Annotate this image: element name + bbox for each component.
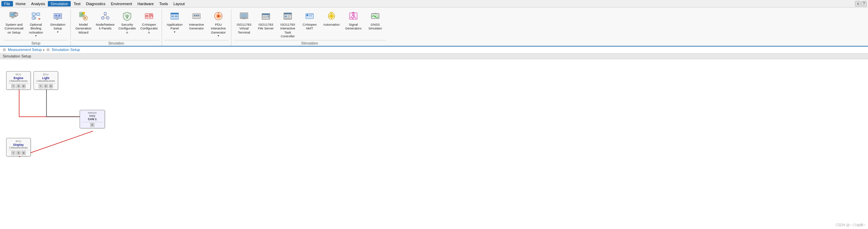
svg-rect-53	[194, 15, 195, 16]
iso-fs-icon	[260, 11, 271, 22]
canopen-config-btn[interactable]: CANopen Configuration	[138, 9, 160, 35]
ecu-display-name: Display	[8, 143, 29, 147]
application-panel-btn[interactable]: Application Panel ▾	[164, 9, 185, 35]
menu-analysis[interactable]: Analysis	[28, 1, 48, 7]
network-can1-node[interactable]: Network easy CAN 1 ⊞	[80, 110, 105, 128]
iso-tc-icon	[282, 11, 293, 22]
breadcrumb-measurement-setup[interactable]: Measurement Setup	[8, 48, 42, 52]
node-network-panels-btn[interactable]: Node/Network Panels	[95, 9, 116, 31]
optional-binding-btn[interactable]: ▼ Optional Binding Activation ▾	[25, 9, 46, 39]
pdu-interactive-btn[interactable]: PDU Interactive Generator ▾	[208, 9, 229, 39]
simulation-setup-btn[interactable]: Simulation Setup ▾	[47, 9, 68, 35]
pdu-interactive-label: PDU Interactive Generator	[209, 23, 228, 34]
automation-btn[interactable]: Automation	[321, 9, 342, 31]
interactive-gen-btn[interactable]: Interactive Generator	[186, 9, 207, 31]
connections-svg	[0, 59, 868, 229]
canopen-nmt-icon	[304, 11, 315, 22]
svg-rect-24	[56, 19, 58, 20]
model-gen-icon	[78, 11, 89, 22]
iso11783-tc-btn[interactable]: ISO11783 Interactive Task Controller	[277, 9, 298, 39]
ecu-engine-config-icon[interactable]: ⚙	[16, 84, 21, 88]
ecu-display-expand-icon[interactable]: ⊞	[22, 151, 26, 155]
svg-line-34	[105, 15, 107, 17]
ribbon-group-simulation: Model Generation Wizard	[71, 9, 162, 46]
ecu-engine-expand-icon[interactable]: ⊞	[22, 84, 26, 88]
breadcrumb-simulation-setup[interactable]: Simulation Setup	[52, 48, 80, 52]
network-can1-config-icon[interactable]: ⊞	[90, 123, 94, 127]
svg-rect-78	[307, 14, 309, 16]
canopen-nmt-btn[interactable]: CANopen NMT	[299, 9, 320, 31]
ecu-display-config-icon[interactable]: ⚙	[16, 151, 21, 155]
canvas-area[interactable]: ECU Engine CANoelINLVector ✎ ⚙ ⊞ ECU Lig…	[0, 59, 868, 229]
ecu-light-icons: ✎ ⚙ ⊞	[35, 83, 56, 88]
optional-binding-label: Optional Binding Activation	[26, 23, 45, 34]
iso11783-tc-label: ISO11783 Interactive Task Controller	[278, 23, 297, 38]
ecu-light-edit-icon[interactable]: ✎	[39, 84, 43, 88]
monitor-icon	[9, 11, 19, 22]
iso11783-fs-label: ISO11783 File Server	[256, 23, 275, 30]
collapse-ribbon-btn[interactable]: ∧	[855, 1, 860, 7]
ribbon-group-setup: System and Communication Setup	[1, 9, 71, 46]
security-config-label: Security Configuration	[118, 23, 137, 34]
menu-layout[interactable]: Layout	[171, 1, 188, 7]
svg-rect-50	[172, 18, 178, 19]
setup-group-label: Setup	[3, 40, 68, 46]
menu-environment[interactable]: Environment	[108, 1, 135, 7]
svg-rect-79	[309, 14, 313, 15]
gnss-simulator-btn[interactable]: GNSS Simulator	[365, 9, 386, 31]
model-gen-wizard-btn[interactable]: Model Generation Wizard	[73, 9, 94, 35]
ecu-light-expand-icon[interactable]: ⊞	[49, 84, 53, 88]
iso11783-vt-btn[interactable]: ISO11783 Virtual Terminal	[233, 9, 255, 35]
svg-rect-10	[32, 13, 35, 16]
menu-home[interactable]: Home	[13, 1, 28, 7]
svg-point-29	[85, 17, 86, 19]
ecu-engine-node[interactable]: ECU Engine CANoelINLVector ✎ ⚙ ⊞	[6, 71, 31, 90]
svg-rect-3	[11, 18, 14, 18]
menu-diagnostics[interactable]: Diagnostics	[83, 1, 108, 7]
svg-rect-63	[241, 14, 247, 17]
ecu-display-type: CANoelINLVector	[8, 147, 29, 149]
signal-generators-btn[interactable]: Signal Generators	[343, 9, 364, 31]
menu-hardware[interactable]: Hardware	[135, 1, 157, 7]
automation-label: Automation	[323, 23, 340, 26]
gnss-icon	[370, 11, 381, 22]
svg-point-7	[16, 13, 17, 14]
help-btn[interactable]: ?	[861, 1, 867, 7]
ecu-light-header: ECU	[35, 73, 56, 76]
network-can1-header: Network	[81, 112, 103, 114]
svg-rect-55	[198, 15, 199, 16]
menu-file[interactable]: File	[1, 1, 13, 7]
network-can1-icons: ⊞	[81, 122, 103, 127]
svg-line-33	[103, 15, 105, 17]
ecu-display-node[interactable]: ECU Display CANoelINLVector ✎ ⚙ ⊞	[6, 138, 31, 156]
ecu-light-node[interactable]: ECU Light CANoelINLVector ✎ ⚙ ⊞	[33, 71, 58, 90]
breadcrumb-bar: ⊞ Measurement Setup ▸ ⊞ Simulation Setup	[0, 47, 868, 53]
svg-point-41	[147, 15, 148, 17]
svg-rect-21	[58, 15, 60, 16]
svg-rect-74	[288, 15, 291, 16]
menu-test[interactable]: Test	[71, 1, 83, 7]
iso11783-fs-btn[interactable]: ISO11783 File Server	[255, 9, 276, 31]
ecu-engine-type: CANoelINLVector	[8, 80, 29, 82]
interactive-gen-icon	[191, 11, 202, 22]
security-config-btn[interactable]: Security Configuration	[117, 9, 138, 35]
svg-rect-9	[14, 15, 16, 15]
menu-simulation[interactable]: Simulation	[48, 1, 71, 7]
svg-point-59	[217, 15, 219, 17]
svg-marker-27	[83, 12, 85, 14]
ecu-light-config-icon[interactable]: ⚙	[44, 84, 48, 88]
sim-setup-icon	[52, 11, 63, 22]
ecu-engine-icons: ✎ ⚙ ⊞	[8, 83, 29, 88]
node-network-panels-label: Node/Network Panels	[96, 23, 115, 30]
ecu-engine-edit-icon[interactable]: ✎	[11, 84, 15, 88]
svg-point-6	[15, 13, 16, 14]
page-title: Simulation Setup	[3, 54, 31, 58]
svg-rect-75	[288, 17, 290, 17]
breadcrumb-home-icon: ⊞	[3, 48, 6, 52]
ecu-display-edit-icon[interactable]: ✎	[11, 151, 15, 155]
system-comm-setup-btn[interactable]: System and Communication Setup	[3, 9, 25, 35]
svg-rect-2	[12, 17, 13, 18]
system-comm-setup-label: System and Communication Setup	[4, 23, 24, 34]
svg-rect-43	[149, 15, 152, 16]
menu-tools[interactable]: Tools	[157, 1, 171, 7]
